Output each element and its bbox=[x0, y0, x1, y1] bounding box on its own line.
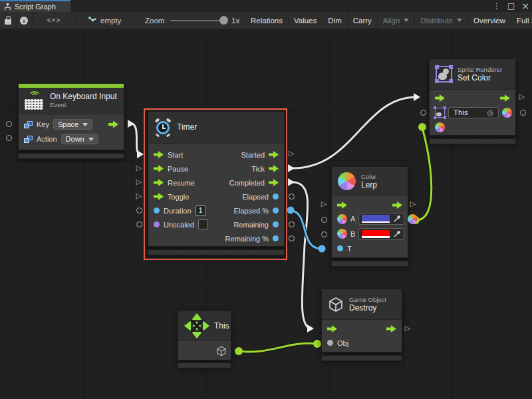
value-in-port[interactable] bbox=[154, 221, 160, 227]
flow-out-port[interactable] bbox=[500, 94, 510, 102]
zoom-slider-track[interactable] bbox=[170, 20, 223, 21]
color-out-port-icon[interactable] bbox=[502, 108, 512, 118]
t-port-label: T bbox=[347, 245, 352, 253]
window-maximize-icon[interactable]: □ bbox=[507, 0, 515, 12]
value-in-port[interactable] bbox=[154, 207, 160, 213]
toolbar-buttons: Relations Values Dim Carry Align Distrib… bbox=[245, 12, 532, 29]
port-timer-remainingpct-out[interactable] bbox=[289, 235, 295, 241]
port-timer-elapsed-out[interactable] bbox=[289, 194, 295, 200]
node-destroy[interactable]: Game Object Destroy Obj bbox=[321, 289, 402, 352]
graph-name-group: empty bbox=[88, 12, 121, 29]
flow-in-port[interactable] bbox=[337, 201, 347, 209]
color-out-port-icon[interactable] bbox=[408, 214, 418, 224]
port-lerp-flow-in[interactable]: ▷ bbox=[320, 200, 328, 208]
value-out-port[interactable] bbox=[273, 207, 279, 213]
tab-script-graph[interactable]: Script Graph bbox=[0, 0, 70, 12]
port-destroy-flow-out[interactable]: ▷ bbox=[404, 325, 412, 332]
flow-out-port[interactable] bbox=[108, 121, 118, 128]
port-setcolor-target-in[interactable] bbox=[420, 110, 426, 116]
value-out-port[interactable] bbox=[273, 221, 279, 227]
color-port-icon[interactable] bbox=[337, 214, 347, 224]
wire-lerp-to-setcolor-color[interactable] bbox=[412, 123, 432, 224]
node-on-keyboard-input[interactable]: On Keyboard Input Event Key Space Action… bbox=[18, 83, 124, 150]
port-timer-unscaled-in[interactable] bbox=[136, 221, 142, 227]
flow-out-port[interactable] bbox=[269, 179, 279, 186]
graph-name-label: empty bbox=[100, 17, 121, 25]
color-a-field[interactable] bbox=[358, 213, 404, 225]
flow-in-port[interactable] bbox=[154, 179, 164, 186]
color-swatch-b[interactable] bbox=[362, 230, 390, 238]
keyboard-icon bbox=[25, 92, 45, 110]
eyedropper-icon[interactable] bbox=[393, 230, 401, 238]
flow-out-port[interactable] bbox=[269, 151, 279, 158]
zoom-label: Zoom bbox=[145, 12, 164, 29]
wire-timer-elapsedpct-to-lerp-t[interactable] bbox=[287, 207, 326, 253]
port-timer-started-out[interactable]: ▷ bbox=[287, 150, 295, 158]
overview-button[interactable]: Overview bbox=[467, 12, 511, 29]
node-color-lerp[interactable]: Color Lerp A bbox=[331, 166, 408, 258]
node-header: Color Lerp bbox=[332, 167, 408, 196]
graph-canvas[interactable]: On Keyboard Input Event Key Space Action… bbox=[0, 29, 532, 399]
color-in-port-icon[interactable] bbox=[435, 122, 445, 132]
lock-button[interactable] bbox=[0, 12, 17, 29]
value-out-port[interactable] bbox=[273, 194, 279, 200]
port-lerp-b-in[interactable] bbox=[321, 231, 327, 237]
key-dropdown[interactable]: Space bbox=[53, 119, 92, 130]
info-button[interactable]: i bbox=[16, 12, 33, 29]
window-close-icon[interactable]: × bbox=[521, 0, 529, 12]
port-timer-pause-in[interactable]: ▷ bbox=[135, 164, 143, 172]
node-timer[interactable]: Timer Start Started Pause Tick Resume Co… bbox=[148, 111, 285, 247]
value-in-port[interactable] bbox=[337, 245, 343, 251]
flow-in-port[interactable] bbox=[154, 165, 164, 172]
target-field[interactable]: This ◎ bbox=[448, 107, 499, 118]
relations-button[interactable]: Relations bbox=[245, 12, 288, 29]
port-setcolor-color-out[interactable] bbox=[520, 110, 526, 116]
color-port-icon[interactable] bbox=[337, 229, 347, 239]
flow-in-port[interactable] bbox=[327, 325, 337, 332]
port-setcolor-flow-out[interactable]: ▷ bbox=[518, 93, 526, 101]
color-swatch-a[interactable] bbox=[362, 215, 390, 223]
info-icon: i bbox=[20, 17, 28, 25]
flow-out-port[interactable] bbox=[392, 201, 402, 209]
value-out-port[interactable] bbox=[273, 235, 279, 241]
zoom-slider-handle[interactable] bbox=[219, 16, 228, 25]
dim-button[interactable]: Dim bbox=[322, 12, 346, 29]
sprite-port-icon[interactable] bbox=[435, 108, 445, 118]
node-set-color[interactable]: Sprite Renderer Set Color This ◎ bbox=[429, 59, 516, 136]
duration-input[interactable]: 1 bbox=[196, 205, 206, 216]
window-menu-icon[interactable]: ⋮ bbox=[493, 0, 501, 12]
unscaled-checkbox[interactable] bbox=[198, 219, 208, 229]
wire-this-to-destroy-obj[interactable] bbox=[235, 340, 321, 355]
target-picker-icon[interactable]: ◎ bbox=[487, 108, 493, 117]
values-button[interactable]: Values bbox=[288, 12, 322, 29]
port-timer-resume-in[interactable]: ▷ bbox=[135, 178, 143, 186]
obj-port-label: Obj bbox=[337, 339, 348, 347]
port-timer-remaining-out[interactable] bbox=[289, 221, 295, 227]
obj-in-port[interactable] bbox=[327, 340, 333, 346]
color-b-field[interactable] bbox=[358, 228, 404, 240]
graph-toolbar: i <×> empty Zoom 1x Relations Values Dim… bbox=[0, 12, 532, 29]
flow-in-port[interactable] bbox=[154, 151, 164, 158]
eyedropper-icon[interactable] bbox=[393, 215, 401, 223]
node-title: Timer bbox=[177, 123, 197, 132]
wire-timer-tick-to-setcolor[interactable] bbox=[288, 93, 420, 172]
port-keyboard-action-in[interactable] bbox=[6, 135, 12, 141]
wire-timer-completed-to-destroy[interactable] bbox=[288, 178, 314, 332]
port-timer-duration-in[interactable] bbox=[136, 207, 142, 213]
wire-keyboard-to-timer-start[interactable] bbox=[128, 120, 144, 158]
node-this[interactable]: This bbox=[178, 311, 231, 360]
game-object-out-port-icon[interactable] bbox=[216, 346, 227, 356]
port-keyboard-key-in[interactable] bbox=[6, 121, 12, 127]
flow-out-port[interactable] bbox=[269, 165, 279, 172]
tab-title: Script Graph bbox=[15, 3, 56, 11]
port-timer-toggle-in[interactable]: ▷ bbox=[135, 192, 143, 200]
fullscreen-button[interactable]: Full Screen bbox=[511, 12, 532, 29]
flow-out-port[interactable] bbox=[386, 325, 396, 332]
code-view-button[interactable]: <×> bbox=[32, 12, 76, 29]
port-lerp-a-in[interactable] bbox=[321, 217, 327, 223]
carry-button[interactable]: Carry bbox=[347, 12, 377, 29]
flow-in-port[interactable] bbox=[435, 94, 445, 102]
action-dropdown[interactable]: Down bbox=[61, 134, 98, 144]
port-lerp-flow-out[interactable]: ▷ bbox=[409, 200, 417, 208]
flow-in-port[interactable] bbox=[154, 193, 164, 200]
